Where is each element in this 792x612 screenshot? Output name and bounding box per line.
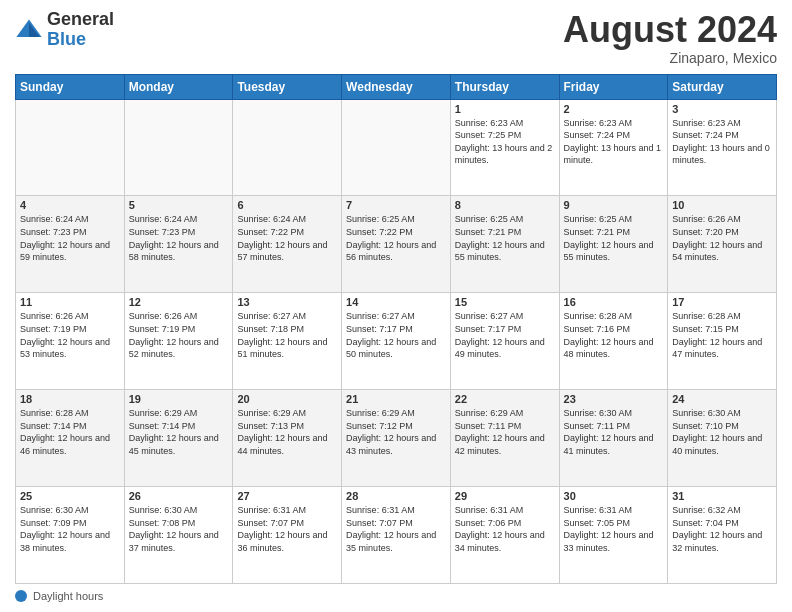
day-info: Sunrise: 6:26 AM Sunset: 7:19 PM Dayligh… — [129, 310, 229, 360]
day-number: 27 — [237, 490, 337, 502]
day-info: Sunrise: 6:30 AM Sunset: 7:08 PM Dayligh… — [129, 504, 229, 554]
day-info: Sunrise: 6:24 AM Sunset: 7:22 PM Dayligh… — [237, 213, 337, 263]
calendar-cell: 24 Sunrise: 6:30 AM Sunset: 7:10 PM Dayl… — [668, 390, 777, 487]
day-info: Sunrise: 6:29 AM Sunset: 7:12 PM Dayligh… — [346, 407, 446, 457]
day-number: 10 — [672, 199, 772, 211]
day-info: Sunrise: 6:29 AM Sunset: 7:13 PM Dayligh… — [237, 407, 337, 457]
calendar-cell — [16, 99, 125, 196]
day-number: 11 — [20, 296, 120, 308]
day-number: 26 — [129, 490, 229, 502]
day-info: Sunrise: 6:25 AM Sunset: 7:22 PM Dayligh… — [346, 213, 446, 263]
day-info: Sunrise: 6:32 AM Sunset: 7:04 PM Dayligh… — [672, 504, 772, 554]
calendar-cell: 26 Sunrise: 6:30 AM Sunset: 7:08 PM Dayl… — [124, 487, 233, 584]
calendar-cell: 14 Sunrise: 6:27 AM Sunset: 7:17 PM Dayl… — [342, 293, 451, 390]
day-number: 29 — [455, 490, 555, 502]
day-info: Sunrise: 6:31 AM Sunset: 7:07 PM Dayligh… — [237, 504, 337, 554]
day-of-week-header: Saturday — [668, 74, 777, 99]
day-info: Sunrise: 6:26 AM Sunset: 7:20 PM Dayligh… — [672, 213, 772, 263]
day-of-week-header: Tuesday — [233, 74, 342, 99]
day-number: 12 — [129, 296, 229, 308]
calendar-week-row: 11 Sunrise: 6:26 AM Sunset: 7:19 PM Dayl… — [16, 293, 777, 390]
calendar-cell: 15 Sunrise: 6:27 AM Sunset: 7:17 PM Dayl… — [450, 293, 559, 390]
day-number: 3 — [672, 103, 772, 115]
calendar-cell: 19 Sunrise: 6:29 AM Sunset: 7:14 PM Dayl… — [124, 390, 233, 487]
day-number: 5 — [129, 199, 229, 211]
calendar-cell: 1 Sunrise: 6:23 AM Sunset: 7:25 PM Dayli… — [450, 99, 559, 196]
calendar-cell: 17 Sunrise: 6:28 AM Sunset: 7:15 PM Dayl… — [668, 293, 777, 390]
day-of-week-header: Monday — [124, 74, 233, 99]
calendar-cell: 22 Sunrise: 6:29 AM Sunset: 7:11 PM Dayl… — [450, 390, 559, 487]
day-info: Sunrise: 6:30 AM Sunset: 7:09 PM Dayligh… — [20, 504, 120, 554]
calendar-cell: 11 Sunrise: 6:26 AM Sunset: 7:19 PM Dayl… — [16, 293, 125, 390]
calendar-cell — [233, 99, 342, 196]
day-number: 2 — [564, 103, 664, 115]
calendar-cell: 5 Sunrise: 6:24 AM Sunset: 7:23 PM Dayli… — [124, 196, 233, 293]
day-info: Sunrise: 6:26 AM Sunset: 7:19 PM Dayligh… — [20, 310, 120, 360]
day-info: Sunrise: 6:24 AM Sunset: 7:23 PM Dayligh… — [129, 213, 229, 263]
title-block: August 2024 Zinaparo, Mexico — [563, 10, 777, 66]
day-info: Sunrise: 6:28 AM Sunset: 7:15 PM Dayligh… — [672, 310, 772, 360]
logo-icon — [15, 16, 43, 44]
calendar-cell: 21 Sunrise: 6:29 AM Sunset: 7:12 PM Dayl… — [342, 390, 451, 487]
month-title: August 2024 — [563, 10, 777, 50]
day-of-week-header: Thursday — [450, 74, 559, 99]
day-number: 24 — [672, 393, 772, 405]
day-info: Sunrise: 6:29 AM Sunset: 7:11 PM Dayligh… — [455, 407, 555, 457]
calendar-cell: 9 Sunrise: 6:25 AM Sunset: 7:21 PM Dayli… — [559, 196, 668, 293]
day-info: Sunrise: 6:30 AM Sunset: 7:10 PM Dayligh… — [672, 407, 772, 457]
day-info: Sunrise: 6:25 AM Sunset: 7:21 PM Dayligh… — [455, 213, 555, 263]
day-number: 6 — [237, 199, 337, 211]
day-number: 30 — [564, 490, 664, 502]
day-number: 7 — [346, 199, 446, 211]
calendar-cell: 2 Sunrise: 6:23 AM Sunset: 7:24 PM Dayli… — [559, 99, 668, 196]
calendar-cell: 28 Sunrise: 6:31 AM Sunset: 7:07 PM Dayl… — [342, 487, 451, 584]
calendar-cell — [124, 99, 233, 196]
day-number: 18 — [20, 393, 120, 405]
day-info: Sunrise: 6:24 AM Sunset: 7:23 PM Dayligh… — [20, 213, 120, 263]
day-number: 19 — [129, 393, 229, 405]
day-info: Sunrise: 6:27 AM Sunset: 7:18 PM Dayligh… — [237, 310, 337, 360]
calendar-cell: 13 Sunrise: 6:27 AM Sunset: 7:18 PM Dayl… — [233, 293, 342, 390]
day-of-week-header: Wednesday — [342, 74, 451, 99]
calendar-cell: 4 Sunrise: 6:24 AM Sunset: 7:23 PM Dayli… — [16, 196, 125, 293]
day-info: Sunrise: 6:30 AM Sunset: 7:11 PM Dayligh… — [564, 407, 664, 457]
day-number: 14 — [346, 296, 446, 308]
day-info: Sunrise: 6:31 AM Sunset: 7:07 PM Dayligh… — [346, 504, 446, 554]
daylight-icon — [15, 590, 27, 602]
calendar-cell: 12 Sunrise: 6:26 AM Sunset: 7:19 PM Dayl… — [124, 293, 233, 390]
day-number: 13 — [237, 296, 337, 308]
day-of-week-header: Sunday — [16, 74, 125, 99]
calendar-cell: 30 Sunrise: 6:31 AM Sunset: 7:05 PM Dayl… — [559, 487, 668, 584]
calendar-header-row: SundayMondayTuesdayWednesdayThursdayFrid… — [16, 74, 777, 99]
day-number: 22 — [455, 393, 555, 405]
day-number: 25 — [20, 490, 120, 502]
day-info: Sunrise: 6:29 AM Sunset: 7:14 PM Dayligh… — [129, 407, 229, 457]
logo: General Blue — [15, 10, 114, 50]
daylight-label: Daylight hours — [33, 590, 103, 602]
calendar-week-row: 18 Sunrise: 6:28 AM Sunset: 7:14 PM Dayl… — [16, 390, 777, 487]
calendar-cell: 23 Sunrise: 6:30 AM Sunset: 7:11 PM Dayl… — [559, 390, 668, 487]
day-info: Sunrise: 6:31 AM Sunset: 7:06 PM Dayligh… — [455, 504, 555, 554]
footer: Daylight hours — [15, 590, 777, 602]
calendar-cell: 29 Sunrise: 6:31 AM Sunset: 7:06 PM Dayl… — [450, 487, 559, 584]
calendar-cell: 6 Sunrise: 6:24 AM Sunset: 7:22 PM Dayli… — [233, 196, 342, 293]
day-number: 20 — [237, 393, 337, 405]
calendar-cell: 8 Sunrise: 6:25 AM Sunset: 7:21 PM Dayli… — [450, 196, 559, 293]
calendar-cell: 31 Sunrise: 6:32 AM Sunset: 7:04 PM Dayl… — [668, 487, 777, 584]
day-number: 17 — [672, 296, 772, 308]
calendar: SundayMondayTuesdayWednesdayThursdayFrid… — [15, 74, 777, 584]
day-number: 15 — [455, 296, 555, 308]
day-number: 1 — [455, 103, 555, 115]
day-number: 9 — [564, 199, 664, 211]
day-number: 21 — [346, 393, 446, 405]
calendar-cell: 20 Sunrise: 6:29 AM Sunset: 7:13 PM Dayl… — [233, 390, 342, 487]
day-number: 8 — [455, 199, 555, 211]
calendar-cell — [342, 99, 451, 196]
calendar-week-row: 1 Sunrise: 6:23 AM Sunset: 7:25 PM Dayli… — [16, 99, 777, 196]
day-number: 23 — [564, 393, 664, 405]
location: Zinaparo, Mexico — [563, 50, 777, 66]
calendar-cell: 7 Sunrise: 6:25 AM Sunset: 7:22 PM Dayli… — [342, 196, 451, 293]
day-info: Sunrise: 6:27 AM Sunset: 7:17 PM Dayligh… — [346, 310, 446, 360]
calendar-cell: 27 Sunrise: 6:31 AM Sunset: 7:07 PM Dayl… — [233, 487, 342, 584]
day-info: Sunrise: 6:25 AM Sunset: 7:21 PM Dayligh… — [564, 213, 664, 263]
